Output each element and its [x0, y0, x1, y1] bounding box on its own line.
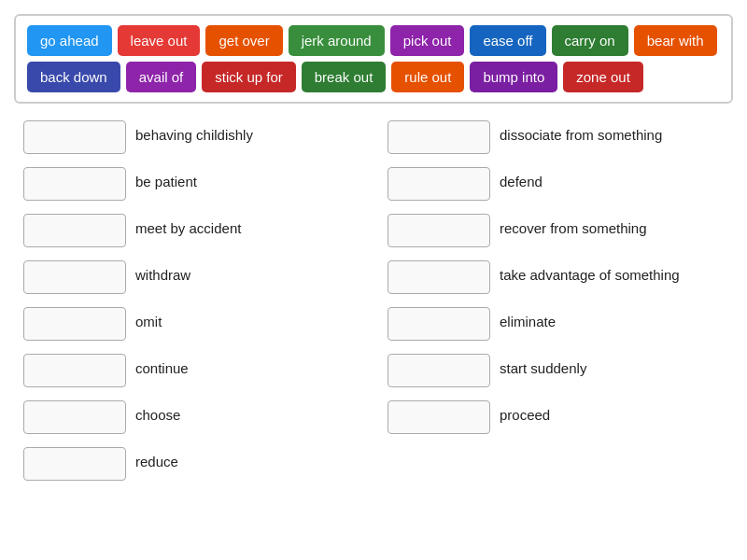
answer-box[interactable]	[23, 354, 126, 387]
answer-box[interactable]	[388, 167, 490, 201]
match-row: meet by accident	[23, 214, 359, 247]
match-row: dissociate from something	[388, 120, 724, 154]
match-row: start suddenly	[388, 354, 724, 387]
word-tile[interactable]: jerk around	[289, 25, 385, 56]
answer-box[interactable]	[388, 214, 490, 247]
word-bank: go aheadleave outget overjerk aroundpick…	[14, 14, 733, 104]
match-row: recover from something	[388, 214, 724, 247]
word-tile[interactable]: go ahead	[27, 25, 112, 56]
match-row: take advantage of something	[388, 260, 724, 294]
word-tile[interactable]: back down	[27, 62, 120, 92]
definition-text: be patient	[135, 167, 197, 191]
definition-text: continue	[135, 354, 189, 378]
word-tile[interactable]: bear with	[634, 25, 717, 56]
word-tile[interactable]: pick out	[390, 25, 465, 56]
word-tile[interactable]: leave out	[118, 25, 201, 56]
match-row: proceed	[388, 400, 724, 434]
answer-box[interactable]	[388, 400, 490, 434]
answer-box[interactable]	[388, 260, 490, 294]
definition-text: eliminate	[500, 307, 556, 331]
definition-text: defend	[500, 167, 543, 191]
match-row: behaving childishly	[23, 120, 359, 154]
answer-box[interactable]	[388, 120, 490, 154]
answer-box[interactable]	[23, 400, 126, 434]
left-column: behaving childishlybe patientmeet by acc…	[23, 120, 359, 494]
word-tile[interactable]: get over	[205, 25, 282, 56]
right-column: dissociate from somethingdefendrecover f…	[388, 120, 724, 494]
word-tile[interactable]: carry on	[552, 25, 628, 56]
match-row: continue	[23, 354, 359, 387]
match-row: defend	[388, 167, 724, 201]
definition-text: take advantage of something	[500, 260, 680, 285]
word-tile[interactable]: bump into	[470, 62, 557, 92]
answer-box[interactable]	[23, 307, 126, 341]
definition-text: recover from something	[500, 214, 647, 238]
word-tile[interactable]: zone out	[563, 62, 643, 92]
definition-text: start suddenly	[500, 354, 586, 378]
word-tile[interactable]: avail of	[126, 62, 197, 92]
definition-text: omit	[135, 307, 162, 331]
match-area: behaving childishlybe patientmeet by acc…	[14, 120, 733, 494]
answer-box[interactable]	[23, 260, 126, 294]
answer-box[interactable]	[23, 120, 126, 154]
definition-text: meet by accident	[135, 214, 241, 238]
word-tile[interactable]: break out	[302, 62, 387, 92]
definition-text: dissociate from something	[500, 120, 662, 145]
definition-text: proceed	[500, 400, 550, 425]
answer-box[interactable]	[388, 307, 490, 341]
answer-box[interactable]	[388, 354, 490, 387]
match-row: eliminate	[388, 307, 724, 341]
answer-box[interactable]	[23, 214, 126, 247]
match-row: withdraw	[23, 260, 359, 294]
definition-text: reduce	[135, 447, 178, 471]
answer-box[interactable]	[23, 447, 126, 481]
match-row: omit	[23, 307, 359, 341]
definition-text: behaving childishly	[135, 120, 253, 145]
match-row: be patient	[23, 167, 359, 201]
match-row: reduce	[23, 447, 359, 481]
answer-box[interactable]	[23, 167, 126, 201]
match-row: choose	[23, 400, 359, 434]
definition-text: withdraw	[135, 260, 190, 285]
definition-text: choose	[135, 400, 180, 425]
word-tile[interactable]: ease off	[470, 25, 545, 56]
word-tile[interactable]: rule out	[391, 62, 464, 92]
word-tile[interactable]: stick up for	[202, 62, 296, 92]
